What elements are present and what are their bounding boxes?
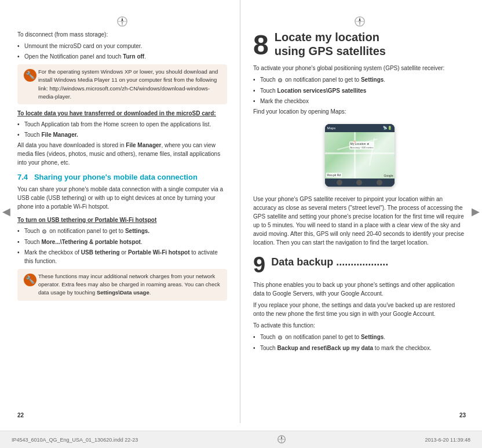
sharing-desc: You can share your phone's mobile data c… [17,185,227,211]
backup-replace: If you replace your phone, the settings … [253,301,466,318]
chapter-9-heading: 9 Data backup .................. [253,253,466,276]
phone-screenshot: Maps 📡 🔋 📍 My Location ★Accuracy ~500 me… [325,124,395,187]
right-page: ▶ 8 Locate my locationusing GPS satellit… [240,0,482,423]
activate-item-2: • Touch Backup and reset\Back up my data… [253,344,466,352]
google-label: Google [384,174,393,177]
activate-item-1: • Touch ⚙ on notification panel to get t… [253,333,466,342]
compass-decoration-right [253,16,466,27]
map-bottom-label: Roo.pk Rd [326,173,342,177]
tethering-item-3: • Mark the checkbox of USB tethering or … [17,248,227,265]
map-screenshot-container: Maps 📡 🔋 📍 My Location ★Accuracy ~500 me… [253,119,466,191]
backup-intro: This phone enables you to back up your p… [253,281,466,298]
footer-bar: IP4543_6010A_QG_Eng_USA_01_130620.indd 2… [0,431,482,448]
phone-top-bar: Maps 📡 🔋 [325,124,395,132]
chapter-8-heading: 8 Locate my locationusing GPS satellites [253,30,466,59]
nav-arrow-right[interactable]: ▶ [472,205,480,218]
page-number-left: 22 [17,412,24,418]
info-box-windows-text: For the operating system Windows XP or l… [38,68,222,101]
compass-decoration-left [17,16,227,27]
disconnect-item-1: • Unmount the microSD card on your compu… [17,42,227,50]
footer-left: IP4543_6010A_QG_Eng_USA_01_130620.indd 2… [12,437,138,443]
info-box-windows: 🔧 For the operating system Windows XP or… [17,64,227,104]
left-page: ◀ To disconnect (from mass storage): • U… [0,0,240,423]
chapter-9-title: Data backup .................. [271,253,388,269]
gps-item-checkbox: • Mark the checkbox [253,97,466,105]
phone-bottom-bar [325,179,395,187]
activate-heading: To activate this function: [253,321,466,330]
gps-item-settings: • Touch ⚙ on notification panel to get t… [253,75,466,85]
footer-center [277,435,286,445]
tethering-heading: To turn on USB tethering or Portable Wi-… [17,216,227,224]
chapter-8-number: 8 [253,30,269,59]
tethering-item-2: • Touch More...\Tethering & portable hot… [17,238,227,246]
gps-item-location: • Touch Location services\GPS satellites [253,86,466,95]
chapter-8-title: Locate my locationusing GPS satellites [275,30,386,58]
nav-arrow-left[interactable]: ◀ [2,205,10,218]
gps-intro: To activate your phone's global position… [253,64,466,72]
locate-item-2: • Touch File Manager. [17,130,227,139]
info-box-network-text: These functions may incur additional net… [38,272,222,297]
locate-item-1: • Touch Application tab from the Home sc… [17,120,227,129]
map-road-v [354,132,356,179]
subsection-7-4-heading: 7.4 Sharing your phone's mobile data con… [17,173,227,181]
phone-btn-3 [377,180,382,185]
footer-right: 2013-6-20 11:39:48 [425,437,470,443]
info-icon: 🔧 [24,274,36,286]
page-number-right: 23 [459,412,466,418]
info-box-network: 🔧 These functions may incur additional n… [17,269,227,301]
phone-btn-1 [337,180,342,185]
map-road-h [325,152,395,154]
chapter-9-number: 9 [253,253,265,276]
phone-screen: 📍 My Location ★Accuracy ~500 meters Roo.… [325,132,395,179]
tethering-item-1: • Touch ⚙ on notification panel to get t… [17,227,227,236]
gps-description: Use your phone's GPS satellite receiver … [253,195,466,247]
map-background: 📍 My Location ★Accuracy ~500 meters Roo.… [325,132,395,179]
find-location-text: Find your location by opening Maps: [253,107,466,116]
page-spread: ◀ To disconnect (from mass storage): • U… [0,0,482,423]
phone-btn-2 [356,180,362,185]
locate-data-heading: To locate data you have transferred or d… [17,109,227,118]
my-location-label: My Location ★Accuracy ~500 meters [349,141,375,150]
warning-icon: 🔧 [24,69,36,82]
disconnect-item-2: • Open the Notification panel and touch … [17,52,227,61]
disconnect-title: To disconnect (from mass storage): [17,30,227,39]
file-manager-desc: All data you have downloaded is stored i… [17,141,227,167]
